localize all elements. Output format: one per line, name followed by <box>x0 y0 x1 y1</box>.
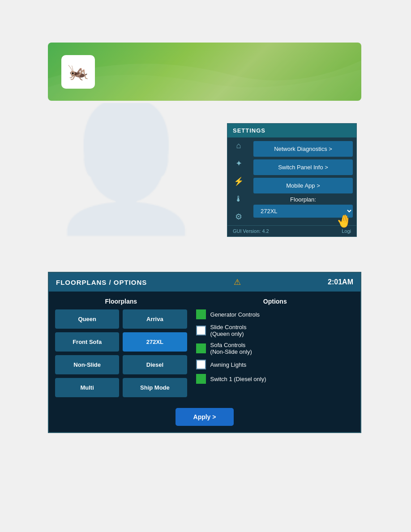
option-slide-label: Slide Controls(Queen only) <box>210 324 247 337</box>
cricket-icon: 🦗 <box>68 62 89 82</box>
floorplan-front-sofa[interactable]: Front Sofa <box>55 332 119 352</box>
option-awning-lights: Awning Lights <box>196 360 354 369</box>
fp-header: FLOORPLANS / OPTIONS ⚠ 2:01AM <box>49 273 360 292</box>
header-banner: 🦗 <box>48 43 361 101</box>
floorplans-title: Floorplans <box>55 298 187 305</box>
options-title: Options <box>196 298 354 305</box>
option-switch1-label: Switch 1 (Diesel only) <box>210 376 266 382</box>
floorplan-ship-mode[interactable]: Ship Mode <box>123 378 187 397</box>
temperature-icon[interactable]: 🌡 <box>235 194 243 204</box>
floorplan-272xl[interactable]: 272XL <box>123 332 187 352</box>
settings-title: SETTINGS <box>233 127 265 134</box>
floorplan-non-slide[interactable]: Non-Slide <box>55 355 119 374</box>
floorplan-queen[interactable]: Queen <box>55 309 119 329</box>
option-slide-controls: Slide Controls(Queen only) <box>196 324 354 337</box>
checkbox-slide-controls[interactable] <box>196 326 206 335</box>
option-awning-label: Awning Lights <box>210 361 247 368</box>
checkbox-awning-lights[interactable] <box>196 360 206 369</box>
fp-left: Floorplans Queen Arriva Front Sofa 272XL… <box>55 298 187 397</box>
settings-body: ⌂ ✦ ⚡ 🌡 ⚙ Network Diagnostics > Switch P… <box>227 137 356 225</box>
fp-options: Generator Controls Slide Controls(Queen … <box>196 309 354 384</box>
floorplans-grid: Queen Arriva Front Sofa 272XL Non-Slide … <box>55 309 187 397</box>
checkbox-switch1[interactable] <box>196 374 206 384</box>
settings-sidebar: ⌂ ✦ ⚡ 🌡 ⚙ <box>227 137 250 225</box>
floorplan-multi[interactable]: Multi <box>55 378 119 397</box>
fp-apply-row: Apply > <box>49 403 360 432</box>
fp-right: Options Generator Controls Slide Control… <box>196 298 354 397</box>
brightness-icon[interactable]: ✦ <box>235 159 242 168</box>
floorplan-arriva[interactable]: Arriva <box>123 309 187 329</box>
option-switch1: Switch 1 (Diesel only) <box>196 374 354 384</box>
warning-icon: ⚠ <box>234 277 241 287</box>
option-sofa-label: Sofa Controls(Non-Slide only) <box>210 342 252 355</box>
app-logo: 🦗 <box>61 55 95 89</box>
fp-time: 2:01AM <box>328 278 353 286</box>
switch-panel-info-button[interactable]: Switch Panel Info > <box>253 159 353 175</box>
home-icon[interactable]: ⌂ <box>236 141 241 150</box>
power-icon[interactable]: ⚡ <box>234 176 244 186</box>
floorplan-label: Floorplan: <box>290 196 316 203</box>
fp-title: FLOORPLANS / OPTIONS <box>56 279 147 286</box>
option-sofa-controls: Sofa Controls(Non-Slide only) <box>196 342 354 355</box>
settings-panel: SETTINGS ⌂ ✦ ⚡ 🌡 ⚙ Network Diagnostics >… <box>227 123 357 237</box>
apply-button[interactable]: Apply > <box>176 408 234 426</box>
checkbox-sofa-controls[interactable] <box>196 343 206 353</box>
floorplan-diesel[interactable]: Diesel <box>123 355 187 374</box>
settings-content: Network Diagnostics > Switch Panel Info … <box>250 137 356 225</box>
fp-body: Floorplans Queen Arriva Front Sofa 272XL… <box>49 292 360 403</box>
settings-header: SETTINGS <box>227 124 356 137</box>
mobile-app-button[interactable]: Mobile App > <box>253 178 353 193</box>
cursor-hand: 🤚 <box>335 212 353 230</box>
option-generator-label: Generator Controls <box>210 311 260 318</box>
gui-version: GUI Version: 4.2 <box>233 228 269 234</box>
floorplans-panel: FLOORPLANS / OPTIONS ⚠ 2:01AM Floorplans… <box>48 272 361 433</box>
checkbox-generator-controls[interactable] <box>196 309 206 319</box>
network-diagnostics-button[interactable]: Network Diagnostics > <box>253 141 353 157</box>
background-figure: 👤 <box>48 103 227 269</box>
option-generator-controls: Generator Controls <box>196 309 354 319</box>
gear-icon[interactable]: ⚙ <box>235 212 242 222</box>
